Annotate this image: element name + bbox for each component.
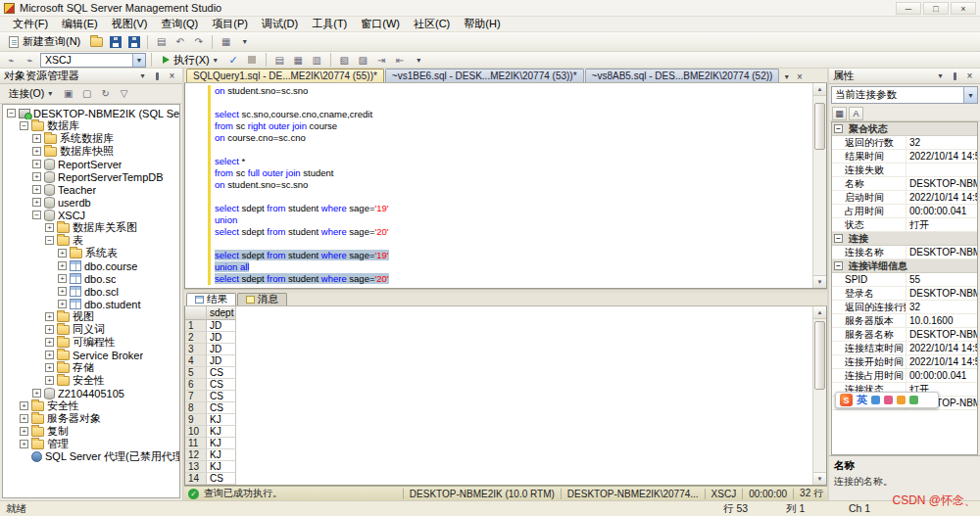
tree-item[interactable]: +Service Broker xyxy=(3,349,179,361)
property-row[interactable]: 连接失败 xyxy=(832,164,977,177)
expand-icon[interactable]: + xyxy=(32,147,41,156)
value-cell[interactable]: KJ xyxy=(207,449,236,461)
results-to-grid-icon[interactable]: ▦ xyxy=(290,52,307,68)
property-row[interactable]: 占用时间00:00:00.041 xyxy=(832,205,977,218)
property-row[interactable]: 服务器版本10.0.1600 xyxy=(832,314,977,328)
value-cell[interactable]: KJ xyxy=(207,461,236,473)
property-row[interactable]: 返回的连接行数32 xyxy=(832,301,977,314)
uncomment-icon[interactable]: ▨ xyxy=(355,52,371,68)
value-cell[interactable]: JD xyxy=(207,344,236,355)
expand-icon[interactable]: + xyxy=(45,376,54,385)
property-row[interactable]: 登录名DESKTOP-NBME2I xyxy=(832,287,977,301)
collapse-icon[interactable]: − xyxy=(45,236,54,245)
expand-icon[interactable]: + xyxy=(45,312,54,321)
toolbar-overflow-icon[interactable]: ▾ xyxy=(236,34,253,50)
code-line[interactable]: select sc.sno,course.cno,cname,credit xyxy=(185,109,812,120)
close-icon[interactable] xyxy=(166,70,178,82)
scroll-up-icon[interactable] xyxy=(813,306,826,319)
expand-icon[interactable]: + xyxy=(45,223,54,232)
code-line[interactable]: select sdept from student where sage='19… xyxy=(185,250,812,261)
alphabetical-view-icon[interactable]: A xyxy=(849,107,863,120)
menu-item[interactable]: 工具(T) xyxy=(305,17,354,31)
tab-results[interactable]: 结果 xyxy=(186,293,236,305)
expand-icon[interactable]: + xyxy=(45,338,54,347)
value-cell[interactable]: JD xyxy=(207,355,236,367)
close-icon[interactable] xyxy=(963,70,976,82)
collapse-icon[interactable]: − xyxy=(32,211,41,219)
code-line[interactable]: on course.cno=sc.cno xyxy=(185,132,812,144)
expand-icon[interactable]: + xyxy=(58,249,67,258)
disconnect-icon[interactable]: ▣ xyxy=(60,86,76,102)
tree-item[interactable]: +dbo.scl xyxy=(3,285,179,298)
collapse-icon[interactable]: − xyxy=(834,124,843,133)
undo-icon[interactable]: ↶ xyxy=(172,34,188,50)
indent-icon[interactable]: ⇥ xyxy=(373,52,390,68)
database-combo[interactable]: XSCJ ▼ xyxy=(40,53,146,68)
expand-icon[interactable]: + xyxy=(32,185,41,194)
code-line[interactable] xyxy=(185,191,812,203)
value-cell[interactable]: JD xyxy=(207,332,236,344)
tree-item[interactable]: −XSCJ xyxy=(3,209,179,221)
parse-query-icon[interactable] xyxy=(225,52,242,68)
code-area[interactable]: on student.sno=sc.sno select sc.sno,cour… xyxy=(185,83,812,288)
results-row[interactable]: 6CS xyxy=(185,379,812,391)
menu-item[interactable]: 调试(D) xyxy=(255,17,305,31)
document-tab[interactable]: SQLQuery1.sql - DE...ME2IK\20774 (55))* xyxy=(186,69,384,82)
value-cell[interactable]: KJ xyxy=(207,426,236,438)
tree-item[interactable]: +安全性 xyxy=(3,399,179,412)
expand-icon[interactable]: + xyxy=(32,160,41,168)
expand-icon[interactable]: + xyxy=(32,198,41,207)
categorized-view-icon[interactable]: ▦ xyxy=(832,107,847,120)
code-line[interactable]: from sc full outer join student xyxy=(185,167,812,179)
ime-keyboard-icon[interactable] xyxy=(897,396,906,404)
collapse-icon[interactable]: − xyxy=(20,121,28,130)
results-row[interactable]: 1JD xyxy=(185,320,812,332)
property-row[interactable]: 启动时间2022/10/14 14:57:3 xyxy=(832,191,977,205)
results-scrollbar[interactable] xyxy=(812,306,826,485)
tab-list-icon[interactable] xyxy=(780,70,793,82)
property-row[interactable]: 连接占用时间00:00:00.041 xyxy=(832,369,977,383)
panel-menu-icon[interactable] xyxy=(934,70,947,82)
menu-item[interactable]: 社区(C) xyxy=(407,17,457,31)
results-row[interactable]: 11KJ xyxy=(185,438,812,449)
properties-object-selector[interactable]: 当前连接参数 ▼ xyxy=(831,86,978,104)
value-cell[interactable]: CS xyxy=(207,367,236,379)
save-icon[interactable] xyxy=(107,34,123,50)
property-row[interactable]: 名称DESKTOP-NBME2I xyxy=(832,177,977,191)
tree-item[interactable]: +Z2104405105 xyxy=(3,387,179,399)
results-row[interactable]: 8CS xyxy=(185,402,812,414)
tree-item[interactable]: +数据库快照 xyxy=(3,145,179,158)
property-row[interactable]: 连接名称DESKTOP-NBME2I xyxy=(832,246,977,259)
code-line[interactable]: select sdept from student where sage='19… xyxy=(185,203,812,214)
tree-item[interactable]: +dbo.course xyxy=(3,259,179,272)
tree-item[interactable]: +系统表 xyxy=(3,247,179,259)
scroll-down-icon[interactable] xyxy=(813,472,826,485)
scroll-up-icon[interactable] xyxy=(813,83,826,96)
close-icon[interactable] xyxy=(951,2,976,15)
ime-toolbox-icon[interactable] xyxy=(909,396,918,404)
expand-icon[interactable]: + xyxy=(45,351,54,359)
connect-icon[interactable]: ⌁ xyxy=(3,52,20,68)
ime-pen-icon[interactable] xyxy=(884,396,893,404)
expand-icon[interactable]: + xyxy=(20,414,28,423)
results-row[interactable]: 5CS xyxy=(185,367,812,379)
new-query-button[interactable]: 新建查询(N) xyxy=(3,33,86,50)
results-row[interactable]: 10KJ xyxy=(185,426,812,438)
code-line[interactable]: union xyxy=(185,214,812,226)
tree-item[interactable]: +dbo.sc xyxy=(3,272,179,285)
chevron-down-icon[interactable]: ▼ xyxy=(963,87,977,103)
stop-icon[interactable]: ▢ xyxy=(78,86,95,102)
scrollbar-thumb[interactable] xyxy=(814,103,825,150)
value-cell[interactable]: CS xyxy=(207,402,236,414)
expand-icon[interactable]: + xyxy=(20,401,28,410)
property-row[interactable]: 连接开始时间2022/10/14 14:57:3 xyxy=(832,355,977,369)
close-document-icon[interactable] xyxy=(793,70,806,82)
results-row[interactable]: 4JD xyxy=(185,355,812,367)
expand-icon[interactable]: + xyxy=(20,427,28,436)
property-row[interactable]: 服务器名称DESKTOP-NBME2I xyxy=(832,328,977,342)
save-all-icon[interactable] xyxy=(125,34,142,50)
tree-item[interactable]: +ReportServerTempDB xyxy=(3,170,179,183)
code-line[interactable]: from sc right outer join course xyxy=(185,120,812,132)
redo-icon[interactable]: ↷ xyxy=(190,34,207,50)
results-row[interactable]: 13KJ xyxy=(185,461,812,473)
